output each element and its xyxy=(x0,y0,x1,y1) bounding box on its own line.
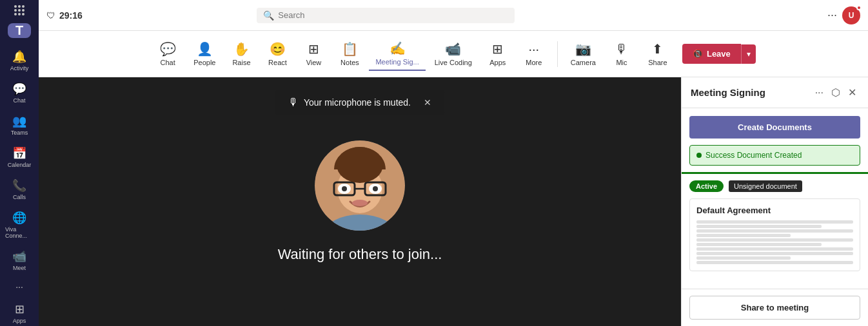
share-icon: ⬆ xyxy=(652,41,663,57)
sidebar-item-activity[interactable]: 🔔 Activity xyxy=(3,46,36,75)
sidebar-item-calendar[interactable]: 📅 Calendar xyxy=(3,142,36,172)
chat-button[interactable]: 💬 Chat xyxy=(151,37,184,70)
raise-icon: ✋ xyxy=(233,41,250,57)
shield-icon: 🛡 xyxy=(46,10,55,21)
unsigned-badge: Unsigned document xyxy=(729,180,802,192)
waiting-text: Waiting for others to join... xyxy=(278,246,442,263)
sidebar-item-viva[interactable]: 🌐 Viva Conne... xyxy=(3,207,36,243)
people-icon: 👤 xyxy=(197,41,213,57)
timer-display: 29:16 xyxy=(59,10,83,21)
doc-line-7 xyxy=(696,247,853,251)
panel-header: Meeting Signing ··· ⬡ ✕ xyxy=(682,77,868,108)
leave-button[interactable]: 📵 Leave xyxy=(682,44,741,64)
panel-actions: ··· ⬡ ✕ xyxy=(813,85,859,100)
calls-icon: 📞 xyxy=(12,178,26,193)
panel-title: Meeting Signing xyxy=(691,87,807,98)
mute-close-button[interactable]: ✕ xyxy=(424,97,431,108)
view-button[interactable]: ⊞ View xyxy=(297,37,330,70)
leave-dropdown-button[interactable]: ▾ xyxy=(741,44,756,64)
panel-content: Create Documents Success Document Create… xyxy=(682,108,868,289)
user-video xyxy=(315,140,405,231)
raise-button[interactable]: ✋ Raise xyxy=(224,37,258,70)
timer-section: 🛡 29:16 xyxy=(46,10,98,21)
content-area: 🎙 Your microphone is muted. ✕ xyxy=(39,77,868,326)
more-icon: ··· xyxy=(15,282,23,292)
panel-footer: Share to meeting xyxy=(682,289,868,326)
success-banner: Success Document Created xyxy=(689,145,860,166)
doc-line-3 xyxy=(696,229,853,233)
live-coding-button[interactable]: 📹 Live Coding xyxy=(428,37,478,70)
activity-icon: 🔔 xyxy=(12,50,26,64)
topbar-right: ··· U xyxy=(827,6,860,24)
mute-banner: 🎙 Your microphone is muted. ✕ xyxy=(275,90,444,115)
active-badge: Active xyxy=(689,180,724,192)
apps-toolbar-button[interactable]: ⊞ Apps xyxy=(481,37,515,70)
sidebar-item-teams[interactable]: 👥 Teams xyxy=(3,110,36,140)
viva-icon: 🌐 xyxy=(12,211,26,225)
doc-line-4 xyxy=(696,234,791,237)
mute-icon: 🎙 xyxy=(288,97,299,108)
user-avatar-svg xyxy=(315,140,405,231)
panel-close-button[interactable]: ✕ xyxy=(845,85,859,100)
leave-group: 📵 Leave ▾ xyxy=(682,44,756,64)
sidebar: T 🔔 Activity 💬 Chat 👥 Teams 📅 Calendar 📞… xyxy=(0,0,39,326)
teams-icon: 👥 xyxy=(12,114,26,128)
doc-line-1 xyxy=(696,220,853,224)
active-section: Active Unsigned document xyxy=(689,180,860,192)
app-launcher[interactable] xyxy=(14,5,25,15)
sidebar-item-chat[interactable]: 💬 Chat xyxy=(3,78,36,108)
sidebar-item-apps[interactable]: ⊞ Apps xyxy=(3,298,36,326)
avatar[interactable]: U xyxy=(842,6,860,24)
meet-icon: 📹 xyxy=(12,249,26,264)
doc-title: Default Agreement xyxy=(696,206,853,215)
topbar: 🛡 29:16 🔍 ··· U xyxy=(39,0,868,31)
doc-line-5 xyxy=(696,238,853,242)
react-button[interactable]: 😊 React xyxy=(261,37,294,70)
sidebar-item-meet[interactable]: 📹 Meet xyxy=(3,245,36,275)
camera-icon: 📷 xyxy=(575,41,591,57)
right-panel: Meeting Signing ··· ⬡ ✕ Create Documents… xyxy=(681,77,868,326)
panel-more-button[interactable]: ··· xyxy=(813,86,826,100)
sidebar-item-calls[interactable]: 📞 Calls xyxy=(3,175,36,204)
notes-button[interactable]: 📋 Notes xyxy=(333,37,366,70)
notes-icon: 📋 xyxy=(342,41,358,57)
search-icon: 🔍 xyxy=(263,10,274,21)
search-input[interactable] xyxy=(278,10,508,20)
meeting-toolbar: 💬 Chat 👤 People ✋ Raise 😊 React ⊞ View 📋… xyxy=(39,31,868,77)
doc-line-2 xyxy=(696,225,822,228)
panel-expand-button[interactable]: ⬡ xyxy=(829,85,843,100)
svg-point-11 xyxy=(352,200,368,206)
success-text: Success Document Created xyxy=(705,151,802,160)
chat-icon: 💬 xyxy=(12,82,26,96)
mic-icon: 🎙 xyxy=(615,42,628,57)
meeting-signing-button[interactable]: ✍ Meeting Sig... xyxy=(369,37,425,71)
teams-logo: T xyxy=(8,23,31,38)
chat-toolbar-icon: 💬 xyxy=(160,41,176,57)
react-icon: 😊 xyxy=(270,41,286,57)
create-documents-button[interactable]: Create Documents xyxy=(689,116,860,139)
svg-point-12 xyxy=(337,147,383,183)
doc-line-6 xyxy=(696,243,822,246)
video-area: 🎙 Your microphone is muted. ✕ xyxy=(39,77,681,326)
apps-icon: ⊞ xyxy=(15,302,25,316)
camera-button[interactable]: 📷 Camera xyxy=(564,37,602,70)
people-button[interactable]: 👤 People xyxy=(187,37,222,70)
divider xyxy=(557,41,558,67)
view-icon: ⊞ xyxy=(308,41,319,57)
more-button[interactable]: ··· More xyxy=(517,38,551,70)
document-card[interactable]: Default Agreement xyxy=(689,198,860,271)
coding-icon: 📹 xyxy=(445,41,461,57)
search-bar[interactable]: 🔍 xyxy=(257,8,515,23)
doc-line-8 xyxy=(696,252,853,255)
share-button[interactable]: ⬆ Share xyxy=(641,37,675,70)
green-separator xyxy=(682,172,868,174)
share-meeting-button[interactable]: Share to meeting xyxy=(689,296,860,320)
phone-icon: 📵 xyxy=(693,49,703,59)
settings-dots[interactable]: ··· xyxy=(827,8,837,22)
more-toolbar-icon: ··· xyxy=(528,42,539,57)
svg-point-9 xyxy=(342,186,347,191)
doc-text-preview xyxy=(696,220,853,264)
mic-button[interactable]: 🎙 Mic xyxy=(605,38,638,70)
sidebar-item-more[interactable]: ··· xyxy=(3,278,36,296)
main-area: 🛡 29:16 🔍 ··· U 💬 Chat 👤 People ✋ Raise xyxy=(39,0,868,326)
